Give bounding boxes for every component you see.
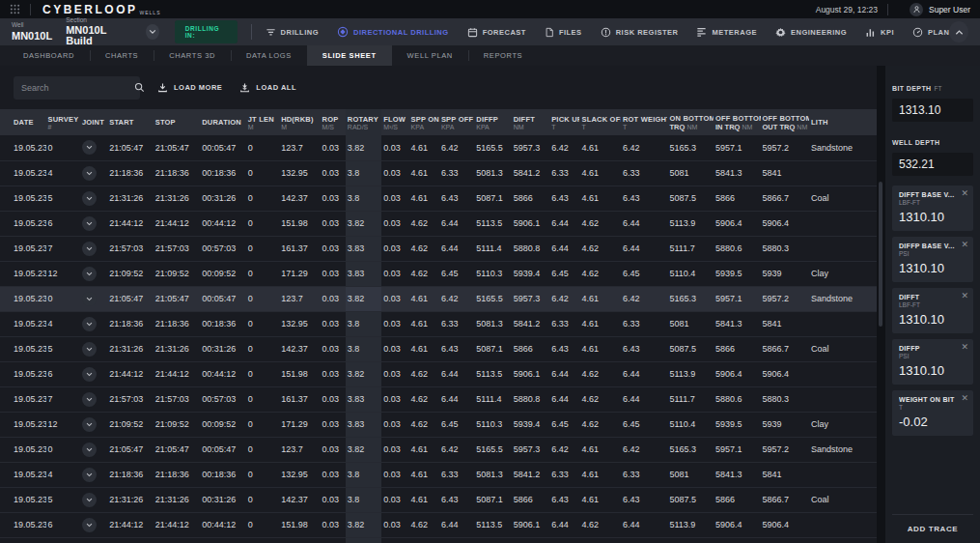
nav-item-engineering[interactable]: ENGINEERING	[775, 27, 847, 38]
expand-row-button[interactable]	[82, 140, 97, 155]
column-header-slack-off[interactable]: SLACK OFFT	[579, 109, 620, 135]
cell-start: 21:31:26	[107, 336, 154, 361]
column-header-off-bottom[interactable]: OFF BOTTOMOUT TRQ NM	[761, 109, 810, 135]
column-header-lith[interactable]: LITH	[809, 109, 877, 135]
expand-row-button[interactable]	[82, 216, 97, 231]
column-header-off-bottom[interactable]: OFF BOTTOMIN TRQ NM	[714, 109, 761, 135]
expand-row-button[interactable]	[82, 443, 97, 457]
expand-row-button[interactable]	[82, 191, 97, 206]
close-icon[interactable]: ✕	[961, 241, 968, 249]
column-header-difft[interactable]: DIFFTNM	[512, 109, 549, 135]
tab-charts-3d[interactable]: CHARTS 3D	[154, 45, 231, 66]
column-header-flow[interactable]: FLOWM³/S	[381, 109, 408, 135]
close-icon[interactable]: ✕	[961, 394, 968, 403]
expand-row-button[interactable]	[82, 267, 97, 281]
nav-item-meterage[interactable]: METERAGE	[696, 27, 757, 38]
collapse-panel-button[interactable]	[949, 21, 968, 43]
expand-row-button[interactable]	[82, 342, 97, 357]
expand-row-button[interactable]	[82, 392, 97, 407]
nav-item-forecast[interactable]: FORECAST	[467, 27, 526, 38]
load-more-button[interactable]: LOAD MORE	[157, 82, 222, 93]
table-row[interactable]: 19.05.23721:57:0321:57:0300:57:030161.37…	[0, 236, 877, 261]
expand-row-button[interactable]	[82, 242, 97, 256]
nav-item-files[interactable]: FILES	[545, 27, 582, 38]
table-row[interactable]: 19.05.23621:44:1221:44:1200:44:120151.98…	[0, 512, 877, 537]
table-row[interactable]: 19.05.23621:44:1221:44:1200:44:120151.98…	[0, 361, 877, 386]
nav-item-plan[interactable]: PLAN	[912, 27, 949, 38]
table-row[interactable]: 19.05.231221:09:5221:09:5200:09:520171.2…	[0, 412, 877, 437]
table-row[interactable]: 19.05.23521:31:2621:31:2600:31:260142.37…	[0, 336, 877, 361]
cell-rop: 0.03	[321, 537, 346, 543]
cell-off-bottom: 5906.4	[714, 361, 761, 386]
expand-row-button[interactable]	[82, 292, 97, 306]
column-header-stop[interactable]: STOP	[154, 109, 201, 135]
cell-spp-off: 6.43	[439, 186, 474, 211]
scrollbar-thumb[interactable]	[879, 182, 882, 327]
table-row[interactable]: 19.05.231221:09:5221:09:5200:09:520171.2…	[0, 261, 877, 286]
section-dropdown-button[interactable]	[146, 24, 159, 40]
tab-dashboard[interactable]: DASHBOARD	[8, 45, 90, 66]
expand-row-button[interactable]	[82, 317, 97, 331]
column-header-on-bottom[interactable]: ON BOTTOMTRQ NM	[667, 109, 714, 135]
add-trace-button[interactable]: ADD TRACE	[892, 514, 973, 539]
column-header-hd-rkb-[interactable]: HD(RKB)M	[279, 109, 320, 135]
cell-off-bottom: 5866	[714, 336, 761, 361]
tab-reports[interactable]: REPORTS	[468, 45, 538, 66]
search-input[interactable]	[21, 83, 134, 93]
vertical-scrollbar[interactable]	[877, 66, 885, 543]
nav-item-risk-register[interactable]: RISK REGISTER	[601, 27, 679, 38]
table-row[interactable]: 19.05.23421:18:3621:18:3600:18:360132.95…	[0, 160, 877, 186]
close-icon[interactable]: ✕	[961, 343, 968, 352]
column-header-spp-off[interactable]: SPP OFFKPA	[439, 109, 474, 135]
nav-item-directional-drilling[interactable]: DIRECTIONAL DRILLING	[337, 26, 449, 38]
expand-row-button[interactable]	[82, 493, 97, 507]
table-row[interactable]: 19.05.23721:57:0321:57:0300:57:030161.37…	[0, 537, 877, 543]
expand-row-button[interactable]	[82, 518, 97, 532]
table-row[interactable]: 19.05.23421:18:3621:18:3600:18:360132.95…	[0, 462, 877, 487]
bit-depth-value[interactable]: 1313.10	[892, 99, 973, 122]
column-header-jt-len[interactable]: JT LENM	[246, 109, 279, 135]
column-header-start[interactable]: START	[107, 109, 154, 135]
tab-charts[interactable]: CHARTS	[90, 45, 154, 66]
cell-rotary: 3.82	[346, 437, 381, 462]
table-row[interactable]: 19.05.23021:05:4721:05:4700:05:470123.70…	[0, 135, 877, 160]
close-icon[interactable]: ✕	[961, 189, 968, 198]
column-header-spp-on[interactable]: SPP ONKPA	[409, 109, 439, 135]
cell-pick-up: 6.44	[549, 512, 579, 537]
table-row[interactable]: 19.05.23021:05:4721:05:4700:05:470123.70…	[0, 437, 877, 462]
table-row[interactable]: 19.05.23421:18:3621:18:3600:18:360132.95…	[0, 311, 877, 336]
tab-data-logs[interactable]: DATA LOGS	[231, 45, 307, 66]
cell-lith	[809, 211, 877, 236]
expand-row-button[interactable]	[82, 417, 97, 432]
cell-off-bottom: 5906.4	[714, 211, 761, 236]
nav-item-drilling[interactable]: DRILLING	[266, 27, 319, 38]
column-header-diffp[interactable]: DIFFPKPA	[474, 109, 511, 135]
tab-slide-sheet[interactable]: SLIDE SHEET	[307, 45, 392, 66]
column-header-date[interactable]: DATE	[0, 109, 46, 135]
expand-row-button[interactable]	[82, 367, 97, 382]
expand-row-button[interactable]	[82, 166, 97, 181]
column-header-pick-up[interactable]: PICK UPT	[549, 109, 579, 135]
user-menu[interactable]: Super User	[910, 3, 970, 16]
column-header-rop[interactable]: ROPM/S	[321, 109, 346, 135]
tab-well-plan[interactable]: WELL PLAN	[392, 45, 468, 66]
cell-difft: 5939.4	[512, 412, 549, 437]
table-row[interactable]: 19.05.23621:44:1221:44:1200:44:120151.98…	[0, 211, 877, 236]
column-header-duration[interactable]: DURATION	[200, 109, 246, 135]
table-row[interactable]: 19.05.23021:05:4721:05:4700:05:470123.70…	[0, 286, 877, 311]
logo-text: CYBERLOOP	[42, 3, 138, 16]
expand-row-button[interactable]	[82, 468, 97, 482]
app-grid-icon[interactable]	[10, 4, 20, 14]
nav-item-kpi[interactable]: KPI	[865, 27, 894, 38]
close-icon[interactable]: ✕	[961, 292, 968, 300]
cell-diffp: 5110.3	[474, 412, 511, 437]
table-row[interactable]: 19.05.23521:31:2621:31:2600:31:260142.37…	[0, 487, 877, 512]
column-header-joint[interactable]: JOINT	[80, 109, 107, 135]
column-header-survey[interactable]: SURVEY#	[46, 109, 80, 135]
table-row[interactable]: 19.05.23521:31:2621:31:2600:31:260142.37…	[0, 186, 877, 211]
column-header-rot-weight[interactable]: ROT WEIGHTT	[621, 109, 668, 135]
column-header-rotary[interactable]: ROTARYRAD/S	[346, 109, 381, 135]
well-depth-value[interactable]: 532.21	[892, 153, 973, 176]
load-all-button[interactable]: LOAD ALL	[239, 82, 296, 93]
table-row[interactable]: 19.05.23721:57:0321:57:0300:57:030161.37…	[0, 386, 877, 412]
